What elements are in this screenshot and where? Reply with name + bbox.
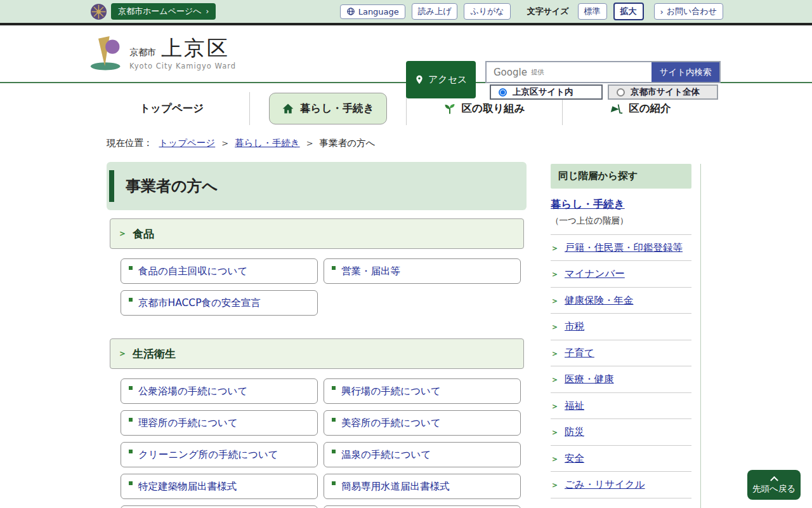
sidebar-item-label: ごみ・リサイクル: [565, 478, 645, 491]
sidebar-item[interactable]: ＞子育て: [551, 340, 691, 366]
sidebar-item[interactable]: ＞健康保険・年金: [551, 287, 691, 313]
chevron-right-icon: ＞: [551, 295, 559, 307]
main-content: 事業者の方へ ＞食品食品の自主回収について営業・届出等京都市HACCP食の安全宣…: [107, 162, 527, 508]
sidebar-item-label: 医療・健康: [565, 372, 614, 386]
sidebar-parent-link[interactable]: 暮らし・手続き: [551, 197, 625, 211]
section-header[interactable]: ＞生活衛生: [110, 338, 524, 369]
chevron-right-icon: ＞: [551, 348, 559, 360]
search-scope-city-label: 京都市サイト全体: [631, 86, 700, 98]
breadcrumb-link[interactable]: トップページ: [159, 137, 216, 149]
sidebar-item-label: 防災: [565, 425, 584, 439]
bullet-icon: [332, 418, 336, 422]
read-aloud-label: 読み上げ: [418, 6, 452, 17]
contact-button[interactable]: › お問い合わせ: [654, 3, 723, 20]
search-scope-city-radio[interactable]: 京都市サイト全体: [608, 84, 718, 100]
bullet-icon: [332, 266, 336, 270]
logo-ward-label: 上京区: [161, 37, 230, 60]
search-input[interactable]: Google 提供: [487, 62, 652, 82]
sidebar-parent-note: （一つ上位の階層）: [551, 215, 691, 227]
furigana-button[interactable]: ふりがな: [464, 3, 510, 20]
sidebar-items: ＞戸籍・住民票・印鑑登録等＞マイナンバー＞健康保険・年金＞市税＞子育て＞医療・健…: [551, 234, 691, 498]
sidebar-item-label: マイナンバー: [565, 267, 625, 281]
sidebar-item-label: 戸籍・住民票・印鑑登録等: [565, 241, 683, 255]
sidebar-item[interactable]: ＞安全: [551, 445, 691, 471]
bullet-icon: [129, 418, 133, 422]
link-label: 理容所の手続について: [138, 417, 238, 430]
link-box-partial[interactable]: [121, 505, 318, 508]
map-pin-icon: [414, 74, 424, 86]
search-scope-ward-label: 上京区サイト内: [513, 86, 573, 98]
font-standard-button[interactable]: 標準: [578, 3, 607, 20]
breadcrumb: 現在位置： トップページ>暮らし・手続き>事業者の方へ: [107, 137, 375, 149]
link-label: 京都市HACCP食の安全宣言: [138, 297, 261, 310]
chevron-right-icon: ›: [660, 7, 664, 17]
nav-item-label: トップページ: [140, 102, 204, 116]
breadcrumb-links: トップページ>暮らし・手続き>事業者の方へ: [159, 137, 376, 149]
chevron-right-icon: ＞: [551, 479, 559, 491]
link-box[interactable]: 京都市HACCP食の安全宣言: [121, 290, 318, 316]
nav-item-label: 暮らし・手続き: [300, 102, 374, 116]
breadcrumb-separator: >: [306, 138, 313, 148]
link-box[interactable]: 営業・届出等: [324, 258, 521, 284]
ward-logo-mark-icon: [90, 34, 123, 74]
sidebar-item[interactable]: ＞防災: [551, 418, 691, 444]
font-large-button[interactable]: 拡大: [613, 3, 644, 20]
nav-item-1[interactable]: 暮らし・手続き: [250, 83, 405, 134]
site-logo[interactable]: 京都市 上京区 Kyoto City Kamigyo Ward: [90, 34, 236, 74]
link-label: 公衆浴場の手続について: [138, 385, 247, 398]
sidebar-item[interactable]: ＞福祉: [551, 392, 691, 418]
kyoto-city-emblem-icon: [90, 3, 107, 20]
flag-icon: [610, 102, 623, 116]
contact-label: お問い合わせ: [667, 6, 717, 17]
sidebar-item[interactable]: ＞医療・健康: [551, 366, 691, 392]
link-box[interactable]: 理容所の手続について: [121, 410, 318, 436]
back-to-top-button[interactable]: 先頭へ戻る: [747, 470, 801, 500]
page: 京都市ホームページへ › Language 読み上げ ふりがな 文字サイズ 標準: [0, 0, 812, 508]
link-box[interactable]: 簡易専用水道届出書様式: [324, 474, 521, 499]
radio-unselected-icon: [617, 88, 625, 97]
kyoto-city-home-button[interactable]: 京都市ホームページへ ›: [111, 3, 216, 20]
chevron-right-icon: ＞: [551, 269, 559, 281]
search-submit-button[interactable]: サイト内検索: [652, 62, 719, 82]
bullet-icon: [129, 386, 133, 390]
sidebar-item[interactable]: ＞マイナンバー: [551, 260, 691, 286]
furigana-label: ふりがな: [470, 6, 504, 17]
link-box[interactable]: 美容所の手続について: [324, 410, 521, 436]
access-button[interactable]: アクセス: [406, 61, 476, 98]
link-label: 美容所の手続について: [341, 417, 441, 430]
search-provided-by-label: 提供: [531, 68, 544, 77]
link-box[interactable]: 特定建築物届出書様式: [121, 474, 318, 499]
font-large-label: 拡大: [620, 6, 637, 17]
sidebar-item[interactable]: ＞市税: [551, 313, 691, 339]
bullet-icon: [332, 386, 336, 390]
nav-item-label: 区の取り組み: [462, 102, 525, 116]
bullet-icon: [129, 450, 133, 453]
chevron-right-icon: ＞: [551, 427, 559, 439]
chevron-right-icon: ＞: [551, 321, 559, 333]
section-header[interactable]: ＞食品: [110, 218, 524, 249]
bullet-icon: [129, 266, 133, 270]
site-header: 京都市 上京区 Kyoto City Kamigyo Ward アクセス Goo…: [0, 25, 812, 83]
sidebar-item-label: 健康保険・年金: [565, 293, 634, 307]
link-box-partial[interactable]: [324, 505, 521, 508]
link-box[interactable]: 興行場の手続について: [324, 378, 521, 404]
bullet-icon: [129, 481, 133, 485]
sidebar-item[interactable]: ＞戸籍・住民票・印鑑登録等: [551, 234, 691, 260]
site-search: Google 提供 サイト内検索 上京区サイト内 京都市サイト全体: [485, 61, 721, 100]
bullet-icon: [332, 450, 336, 453]
link-box[interactable]: 公衆浴場の手続について: [121, 378, 318, 404]
link-box[interactable]: 温泉の手続について: [324, 442, 521, 467]
breadcrumb-link[interactable]: 暮らし・手続き: [235, 137, 300, 149]
search-scope-ward-radio[interactable]: 上京区サイト内: [490, 84, 603, 100]
link-box[interactable]: クリーニング所の手続について: [121, 442, 318, 467]
sidebar-item[interactable]: ＞ごみ・リサイクル: [551, 471, 691, 498]
title-accent-bar: [109, 170, 114, 202]
language-button[interactable]: Language: [340, 4, 405, 19]
read-aloud-button[interactable]: 読み上げ: [412, 3, 458, 20]
nav-active-pill: 暮らし・手続き: [269, 93, 387, 124]
topbar: 京都市ホームページへ › Language 読み上げ ふりがな 文字サイズ 標準: [0, 0, 812, 23]
globe-icon: [346, 7, 355, 16]
link-label: 営業・届出等: [341, 265, 400, 278]
link-box[interactable]: 食品の自主回収について: [121, 258, 318, 284]
nav-item-0[interactable]: トップページ: [94, 83, 249, 134]
